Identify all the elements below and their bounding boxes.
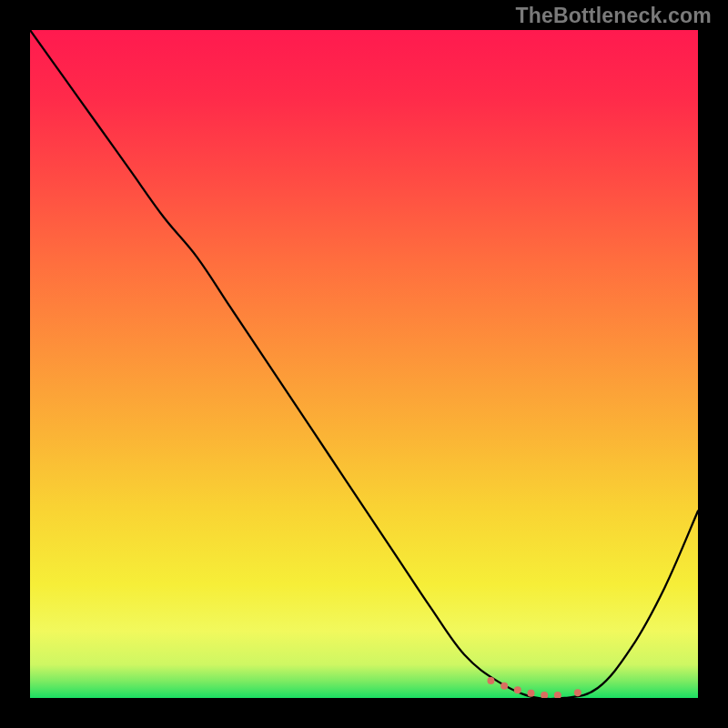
- svg-point-2: [500, 682, 508, 690]
- svg-rect-0: [30, 30, 698, 698]
- svg-point-1: [487, 677, 494, 684]
- watermark-text: TheBottleneck.com: [515, 4, 712, 28]
- svg-point-4: [528, 690, 535, 697]
- svg-point-7: [574, 689, 581, 696]
- svg-point-3: [514, 686, 521, 693]
- bottleneck-chart: [30, 30, 698, 698]
